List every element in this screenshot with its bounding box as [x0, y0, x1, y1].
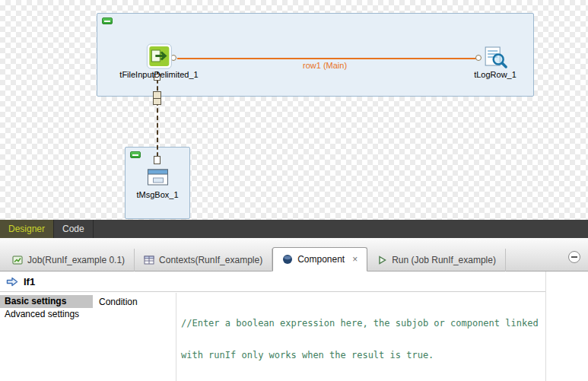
condition-comment-line: //Enter a boolean expression here, the s…	[181, 318, 545, 329]
contexts-tab-icon	[144, 255, 154, 265]
tab-designer[interactable]: Designer	[0, 220, 54, 238]
tfileinputdelimited-icon[interactable]	[146, 43, 172, 69]
component-tfileinputdelimited[interactable]: tFileInputDelimited_1	[119, 43, 198, 79]
design-canvas[interactable]: row1 (Main) tFileInputDelimited_1	[0, 0, 588, 220]
component-label: tLogRow_1	[474, 70, 516, 79]
condition-label: Condition	[99, 297, 138, 307]
editor-mode-tabbar: Designer Code	[0, 220, 588, 238]
component-title: If1	[24, 276, 35, 287]
collapse-subjob-icon[interactable]	[102, 17, 113, 24]
talend-window: row1 (Main) tFileInputDelimited_1	[0, 0, 588, 381]
condition-editor[interactable]: //Enter a boolean expression here, the s…	[176, 293, 545, 381]
settings-nav: Basic settings Advanced settings	[0, 293, 93, 381]
tmsgbox-icon[interactable]	[145, 167, 170, 189]
close-tab-icon[interactable]: ×	[352, 255, 358, 264]
run-tab-icon	[377, 255, 387, 265]
minimize-panel-button[interactable]	[568, 251, 580, 263]
tab-run-label: Run (Job RunIf_example)	[392, 255, 496, 265]
job-tab-icon	[12, 255, 23, 265]
tlogrow-icon[interactable]	[483, 45, 507, 69]
tab-designer-label: Designer	[8, 224, 45, 234]
tab-job[interactable]: Job(RunIf_example 0.1)	[3, 249, 135, 271]
runif-trigger-link[interactable]	[157, 71, 158, 164]
trigger-anchor-icon	[154, 156, 161, 164]
condition-comment-line: with runIf only works when the result is…	[181, 350, 545, 360]
settings-nav-basic[interactable]: Basic settings	[0, 295, 93, 308]
tab-code[interactable]: Code	[54, 220, 94, 238]
component-tab-icon	[282, 254, 293, 265]
component-view: If1 Basic settings Advanced settings Con…	[0, 271, 588, 381]
collapse-subjob-icon[interactable]	[130, 151, 141, 158]
bottom-panel-tabbar: Job(RunIf_example 0.1) Contexts(RunIf_ex…	[0, 238, 588, 271]
tab-component[interactable]: Component ×	[272, 247, 367, 271]
component-title-row: If1	[0, 271, 546, 292]
tab-contexts-label: Contexts(RunIf_example)	[159, 255, 262, 265]
tab-job-label: Job(RunIf_example 0.1)	[27, 255, 125, 265]
connection-row1-main[interactable]	[177, 58, 478, 59]
component-tmsgbox[interactable]: tMsgBox_1	[136, 167, 178, 199]
component-tlogrow[interactable]: tLogRow_1	[474, 45, 516, 79]
tab-component-label: Component	[297, 254, 345, 265]
panel-right-divider	[545, 271, 546, 381]
trigger-midpoint-icon	[153, 91, 161, 105]
tab-contexts[interactable]: Contexts(RunIf_example)	[135, 249, 272, 271]
settings-nav-advanced[interactable]: Advanced settings	[0, 308, 93, 321]
if-arrow-icon	[6, 277, 18, 287]
tab-run[interactable]: Run (Job RunIf_example)	[367, 249, 506, 271]
tab-code-label: Code	[62, 224, 84, 234]
component-label: tMsgBox_1	[136, 190, 178, 199]
component-label: tFileInputDelimited_1	[119, 70, 198, 79]
connection-label[interactable]: row1 (Main)	[303, 61, 347, 70]
